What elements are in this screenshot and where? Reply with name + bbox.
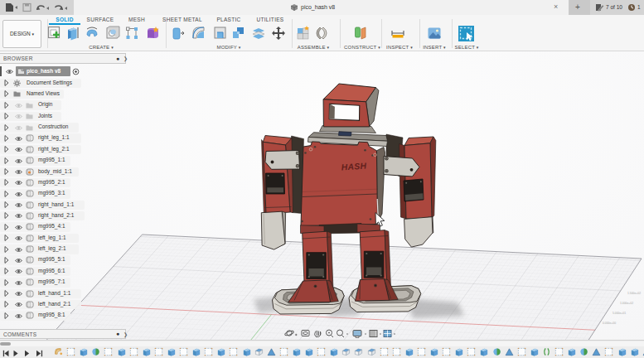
svg-text:1.500e+02: 1.500e+02 xyxy=(627,292,641,295)
svg-text:5.000e+01: 5.000e+01 xyxy=(613,312,626,315)
svg-text:HASH: HASH xyxy=(341,161,367,172)
svg-text:0.000e+00: 0.000e+00 xyxy=(603,322,616,325)
svg-text:1.000e+02: 1.000e+02 xyxy=(620,302,633,305)
